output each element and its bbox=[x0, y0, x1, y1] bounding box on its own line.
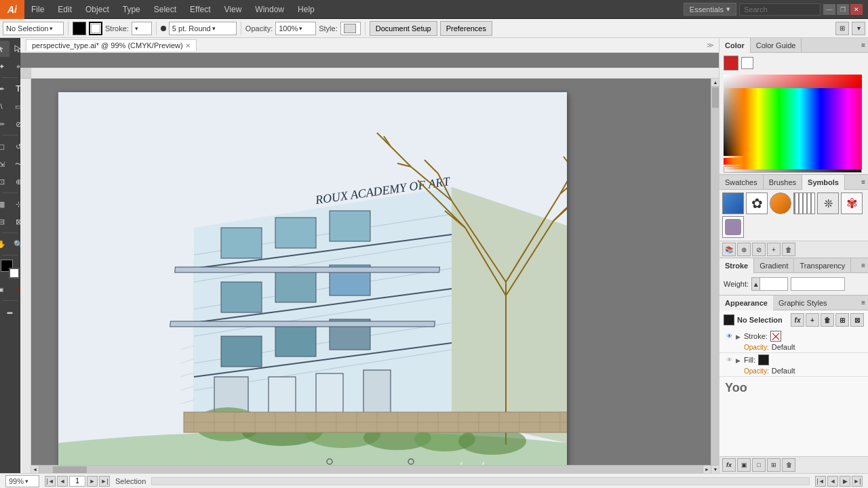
stroke-panel-menu[interactable]: ≡ bbox=[859, 258, 868, 272]
fill-swatch[interactable] bbox=[73, 22, 86, 35]
fill-stroke-control[interactable] bbox=[1, 260, 20, 279]
color-panel-menu[interactable]: ≡ bbox=[859, 38, 868, 52]
weight-input[interactable] bbox=[760, 278, 787, 290]
color-guide-tab[interactable]: Color Guide bbox=[751, 38, 802, 53]
brush-dropdown[interactable]: 5 pt. Round bbox=[169, 22, 237, 35]
background-color[interactable] bbox=[741, 57, 753, 69]
add-effect-button[interactable]: fx bbox=[791, 313, 804, 327]
preferences-button[interactable]: Preferences bbox=[440, 21, 492, 36]
menu-select[interactable]: Select bbox=[147, 0, 183, 18]
appearance-duplicate-button[interactable]: ⊞ bbox=[767, 458, 781, 472]
stroke-color-swatch[interactable] bbox=[770, 331, 781, 342]
selection-dropdown[interactable]: No Selection bbox=[3, 22, 64, 35]
selection-tool-button[interactable] bbox=[0, 41, 9, 57]
stroke-expand-button[interactable]: ▶ bbox=[736, 333, 741, 339]
menu-edit[interactable]: Edit bbox=[51, 0, 79, 18]
add-appearance-button[interactable]: + bbox=[806, 313, 819, 327]
menu-window[interactable]: Window bbox=[248, 0, 291, 18]
pen-tool-button[interactable]: ✒ bbox=[0, 81, 9, 97]
magic-wand-button[interactable]: ✦ bbox=[0, 58, 9, 75]
symbol-item-5[interactable]: ❊ bbox=[817, 192, 839, 214]
symbol-item-4[interactable] bbox=[793, 192, 815, 214]
appearance-add-fx-button[interactable]: fx bbox=[722, 458, 736, 472]
swatches-panel-menu[interactable]: ≡ bbox=[859, 175, 868, 189]
menu-help[interactable]: Help bbox=[291, 0, 321, 18]
prev-page-button[interactable]: ◄ bbox=[57, 476, 68, 487]
hand-tool-button[interactable]: ✋ bbox=[0, 236, 9, 252]
horizontal-scrollbar[interactable]: ◄ ► bbox=[31, 465, 711, 473]
fill-visibility-button[interactable]: 👁 bbox=[725, 356, 733, 364]
symbol-item-6[interactable]: ✾ bbox=[841, 192, 863, 214]
stroke-swatch[interactable] bbox=[89, 22, 102, 35]
timeline-start-button[interactable]: |◄ bbox=[815, 476, 826, 487]
minimize-button[interactable]: — bbox=[823, 4, 835, 15]
color-picker-gradient[interactable] bbox=[724, 75, 862, 156]
screen-mode-button[interactable]: ▬ bbox=[2, 304, 18, 320]
cap-style-selector[interactable] bbox=[791, 277, 845, 291]
next-page-button[interactable]: ► bbox=[87, 476, 98, 487]
fill-expand-button[interactable]: ▶ bbox=[736, 357, 741, 363]
delete-appearance-button[interactable]: 🗑 bbox=[821, 313, 834, 327]
menu-object[interactable]: Object bbox=[79, 0, 116, 18]
delete-symbol-button[interactable]: 🗑 bbox=[782, 243, 795, 256]
first-page-button[interactable]: |◄ bbox=[45, 476, 56, 487]
zoom-dropdown[interactable]: 99% bbox=[5, 475, 39, 487]
artboard-tool-button[interactable]: ⊟ bbox=[0, 214, 9, 230]
symbol-item-3[interactable] bbox=[770, 192, 791, 214]
h-scroll-thumb[interactable] bbox=[53, 466, 87, 473]
appearance-add-stroke-button[interactable]: □ bbox=[752, 458, 766, 472]
color-mode-button[interactable]: ▣ bbox=[0, 281, 9, 298]
new-symbol-button[interactable]: + bbox=[767, 243, 781, 256]
break-link-button[interactable]: ⊘ bbox=[752, 243, 766, 256]
panel-collapse-icon[interactable]: ≫ bbox=[707, 41, 713, 49]
pencil-tool-button[interactable]: ✏ bbox=[0, 116, 9, 132]
more-button[interactable]: ▾ bbox=[852, 22, 865, 35]
menu-effect[interactable]: Effect bbox=[183, 0, 217, 18]
page-number-input[interactable]: 1 bbox=[69, 476, 85, 487]
weight-up-button[interactable]: ▲ bbox=[752, 278, 760, 290]
symbol-libraries-button[interactable]: 📚 bbox=[722, 243, 736, 256]
stroke-weight-dropdown[interactable] bbox=[132, 22, 152, 35]
transparency-panel-tab[interactable]: Transparency bbox=[794, 258, 851, 273]
vertical-scrollbar[interactable]: ▲ ▼ bbox=[711, 79, 719, 473]
style-box[interactable] bbox=[340, 22, 361, 35]
swatches-tab[interactable]: Swatches bbox=[719, 175, 764, 190]
graphic-styles-tab[interactable]: Graphic Styles bbox=[773, 296, 833, 310]
timeline-play-button[interactable]: ▶ bbox=[840, 476, 850, 487]
appearance-add-fill-button[interactable]: ▣ bbox=[737, 458, 751, 472]
menu-view[interactable]: View bbox=[218, 0, 249, 18]
arrange-button[interactable]: ⊞ bbox=[835, 22, 849, 35]
scroll-thumb[interactable] bbox=[712, 87, 719, 108]
search-input[interactable] bbox=[739, 3, 821, 16]
scroll-left-button[interactable]: ◄ bbox=[31, 466, 39, 474]
stroke-panel-tab[interactable]: Stroke bbox=[719, 258, 754, 273]
scroll-up-button[interactable]: ▲ bbox=[711, 79, 719, 87]
timeline-back-button[interactable]: ◄ bbox=[827, 476, 838, 487]
clear-appearance-button[interactable]: ⊠ bbox=[850, 313, 864, 327]
place-symbol-button[interactable]: ⊕ bbox=[737, 243, 751, 256]
scale-tool-button[interactable]: ⇲ bbox=[0, 156, 9, 172]
brushes-tab[interactable]: Brushes bbox=[764, 175, 802, 190]
close-button[interactable]: ✕ bbox=[850, 4, 863, 15]
graph-tool-button[interactable]: ▦ bbox=[0, 196, 9, 212]
essentials-button[interactable]: Essentials ▾ bbox=[684, 3, 736, 16]
symbols-tab[interactable]: Symbols bbox=[802, 175, 845, 190]
line-tool-button[interactable]: \ bbox=[0, 98, 9, 115]
symbol-item-7[interactable] bbox=[722, 216, 744, 238]
weight-stepper[interactable]: ▲ bbox=[751, 277, 788, 291]
scroll-right-button[interactable]: ► bbox=[703, 466, 711, 474]
canvas-tab-active[interactable]: perspective_type.ai* @ 99% (CMYK/Preview… bbox=[26, 39, 197, 51]
opacity-dropdown[interactable]: 100% bbox=[275, 22, 316, 35]
symbol-item-1[interactable] bbox=[722, 192, 744, 214]
appearance-panel-menu[interactable]: ≡ bbox=[859, 296, 868, 310]
timeline-forward-button[interactable]: ►| bbox=[852, 476, 863, 487]
duplicate-appearance-button[interactable]: ⊞ bbox=[835, 313, 849, 327]
eraser-tool-button[interactable]: ◻ bbox=[0, 138, 9, 155]
appearance-delete-button[interactable]: 🗑 bbox=[782, 458, 795, 472]
document-setup-button[interactable]: Document Setup bbox=[370, 21, 437, 36]
restore-button[interactable]: ❐ bbox=[837, 4, 849, 15]
stroke-visibility-button[interactable]: 👁 bbox=[725, 332, 733, 340]
foreground-color[interactable] bbox=[724, 56, 738, 70]
tab-close-button[interactable]: ✕ bbox=[185, 42, 191, 49]
scroll-down-button[interactable]: ▼ bbox=[711, 465, 719, 473]
